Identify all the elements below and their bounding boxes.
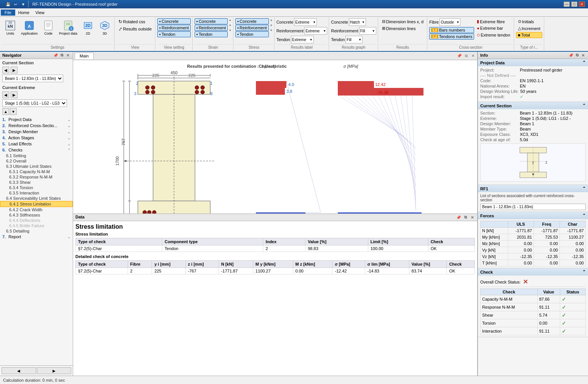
minimize-btn[interactable]: — [564,2,570,7]
code-btn[interactable]: Code [40,18,56,37]
extreme-fibre-btn[interactable]: ▮ Extreme fibre [475,18,512,25]
stress-reinforcement-btn[interactable]: ▪ Reinforcement [235,25,268,31]
cs-fibre-combo[interactable]: Outside▼ [439,18,460,26]
nav-bottom-prev[interactable]: ◀ [2,367,36,374]
nav-sub-6-1[interactable]: 6.1 Setting [0,153,73,158]
dim-lines-xd-btn[interactable]: ⊟ Dimension lines x, d [380,18,425,25]
vs-concrete-btn[interactable]: ▪ Concrete [157,18,190,24]
rg-concrete-combo[interactable]: Hatch▼ [349,18,366,26]
nav-item-5[interactable]: 5. Load Effects ⌄ [0,141,73,147]
nav-sub-6-4-3[interactable]: 6.4.3 Stiffnesses [0,212,73,218]
nav-sub-6-4-1[interactable]: 6.4.1 Stress Limitation [0,201,73,207]
rotated-css-btn[interactable]: ↻ Rotated css [117,18,153,25]
rg-reinforcement-combo[interactable]: Fill▼ [359,27,376,35]
stress-tendon-btn[interactable]: ▪ Tendon [235,31,268,37]
rl-tendon-combo[interactable]: Extreme▼ [291,36,314,43]
nav-item-1[interactable]: 1. Project Data ⌄ [0,116,73,123]
main-close-btn[interactable]: ✕ [470,53,476,59]
current-section-header[interactable]: Current Section ⌃ [478,102,588,109]
menu-view[interactable]: View [32,10,48,16]
section-next-btn[interactable]: ▶ [11,67,18,73]
stress-concrete-btn[interactable]: ▪ Concrete [235,18,268,24]
nav-sub-6-3[interactable]: 6.3 Ultimate Limit States [0,164,73,169]
rf1-header[interactable]: RF1 ⌃ [478,185,588,192]
strain-reinforcement-btn[interactable]: ▪ Reinforcement [195,25,228,31]
info-float-btn[interactable]: ⧉ [574,53,580,58]
3d-btn[interactable]: 3D 3D [97,18,113,37]
data-float-btn[interactable]: ⧉ [463,215,468,220]
extreme-next-btn[interactable]: ▶ [11,91,18,98]
bars-numbers-btn[interactable]: 1,2 Bars numbers [429,27,474,33]
nav-up-btn[interactable]: ▲ [2,108,9,115]
data-close-btn[interactable]: ✕ [470,215,475,220]
menu-file[interactable]: File [1,10,15,16]
save-btn[interactable]: 💾 [5,1,11,8]
extreme-tendon-btn[interactable]: ◇ Extreme tendon [475,32,512,38]
close-btn[interactable]: ✕ [579,2,585,7]
nav-sub-6-3-3[interactable]: 6.3.3 Shear [0,180,73,185]
nav-pin-btn[interactable]: 📌 [53,53,58,58]
nav-sub-6-3-2[interactable]: 6.3.2 Response N-M-M [0,174,73,180]
check-row-capacity: Capacity N-M-M 87.66 ✓ [481,295,586,303]
project-data-header[interactable]: Project Data ⌃ [478,59,588,66]
nav-close-btn[interactable]: ✕ [65,53,70,58]
main-float-btn[interactable]: ⧉ [463,53,469,59]
nav-sub-6-4-5[interactable]: 6.4.5 Brittle Failure [0,223,73,228]
2d-btn[interactable]: 2D 2D [80,18,96,37]
total-btn[interactable]: ■ Total [516,32,542,38]
nav-sub-6-5[interactable]: 6.5 Detailing [0,228,73,234]
extreme-prev-btn[interactable]: ◀ [2,91,9,98]
nav-sub-6-3-1[interactable]: 6.3.1 Capacity N-M-M [0,169,73,174]
nav-item-6[interactable]: 6. Checks ⌃ [0,147,73,153]
rg-tendon-combo[interactable]: Fill▼ [345,36,363,43]
strain-concrete-btn[interactable]: ▪ Concrete [195,18,228,24]
info-close-btn[interactable]: ✕ [580,53,586,58]
nav-item-7[interactable]: 7. Report ⌄ [0,234,73,240]
col2-yi: y i [mm] [152,261,185,268]
nav-sub-6-4-2[interactable]: 6.4.2 Crack Width [0,207,73,212]
tendons-numbers-btn[interactable]: 1,2 Tendons numbers [429,33,474,40]
extreme-bar-btn[interactable]: ● Extreme bar [475,25,512,31]
undo-btn[interactable]: ↩ [12,1,19,8]
canvas-area[interactable]: Results presented for combination :Chara… [73,60,477,214]
vs-tendon-btn[interactable]: ▪ Tendon [157,31,190,37]
nav-item-4[interactable]: 4. Action Stages ⌄ [0,135,73,141]
info-forces: Forces ⌃ ULS Freq Char N [ [478,212,588,268]
nav-item-2[interactable]: 2. Reinforced Cross-Sectio... ⌄ [0,123,73,129]
dim-lines-btn[interactable]: ⊞ Dimension lines [380,25,425,32]
nav-sub-6-3-4[interactable]: 6.3.4 Torsion [0,185,73,190]
initials-icon: ⊙ [518,19,521,24]
section-prev-btn[interactable]: ◀ [2,67,9,73]
vs-reinforcement-btn[interactable]: ▪ Reinforcement [157,25,190,31]
rl-reinforcement-combo[interactable]: Extreme▼ [304,27,327,35]
nav-bottom-next[interactable]: ▶ [37,367,72,374]
nav-down-btn[interactable]: ▼ [10,108,17,115]
nav-sub-6-3-5[interactable]: 6.3.5 Interaction [0,190,73,196]
nav-sub-6-2[interactable]: 6.2 Overall [0,158,73,164]
project-data-btn[interactable]: i Project data [57,18,79,37]
results-outside-btn[interactable]: ⤤ Results outside [117,25,153,32]
initials-btn[interactable]: ⊙ Initials [516,18,542,25]
rl-concrete-combo[interactable]: Extreme▼ [294,18,317,26]
strain-tendon-btn[interactable]: ▪ Tendon [195,31,228,37]
units-btn[interactable]: kNm Units [2,18,18,37]
nav-item-3[interactable]: 3. Design Member ⌄ [0,129,73,135]
forces-header[interactable]: Forces ⌃ [478,212,588,219]
current-section-select[interactable]: Beam 1 - 12.83m (1 - 11.83m) [2,75,63,82]
info-pin-btn[interactable]: 📌 [568,53,574,58]
main-tab[interactable]: Main [75,53,94,59]
data-pin-btn[interactable]: 📌 [456,215,461,220]
info-panel: Info 📌 ⧉ ✕ Project Data ⌃ Project: Prest… [478,52,588,376]
check-header[interactable]: Check ⌃ [478,268,588,276]
view-group-label: View [117,44,153,49]
nav-float-btn[interactable]: ⧉ [59,53,64,58]
current-extreme-select[interactable]: Stage 1 (5.0d): LG1 - LG2 - LG3 [2,99,67,107]
qat-dropdown-btn[interactable]: ▼ [20,1,27,8]
increment-btn[interactable]: △ Increment [516,25,542,32]
nav-sub-6-4-4[interactable]: 6.4.4 Deflections [0,218,73,223]
application-btn[interactable]: A Application [19,18,40,37]
menu-home[interactable]: Home [15,10,32,16]
nav-sub-6-4[interactable]: 6.4 Serviceability Limit States [0,196,73,201]
main-pin-btn[interactable]: 📌 [457,53,462,59]
maximize-btn[interactable]: □ [571,2,577,7]
